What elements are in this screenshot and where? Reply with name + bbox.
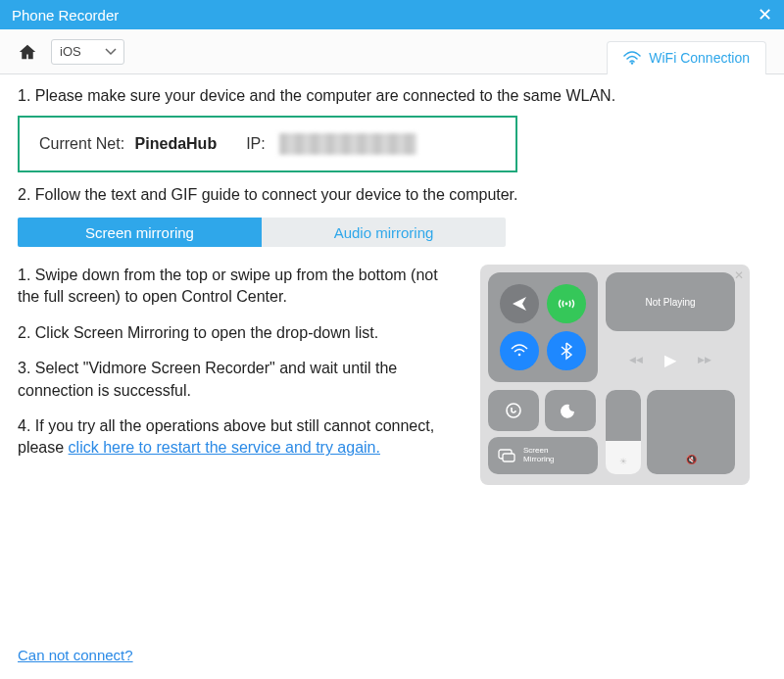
screen-mirroring-label: Screen Mirroring — [523, 447, 555, 464]
svg-point-0 — [631, 62, 633, 64]
now-playing-panel: Not Playing — [606, 272, 735, 331]
wifi-icon — [623, 51, 641, 65]
ip-value-blurred — [279, 133, 416, 155]
instructions: 1. Swipe down from the top or swipe up f… — [18, 265, 457, 485]
prev-track-icon: ◀◀ — [629, 355, 643, 364]
cannot-connect-link[interactable]: Can not connect? — [18, 647, 133, 663]
bluetooth-icon — [547, 331, 586, 370]
mute-icon: 🔇 — [686, 455, 697, 464]
next-track-icon: ▶▶ — [698, 355, 711, 364]
screen-mirroring-tile: Screen Mirroring — [488, 437, 598, 474]
close-icon[interactable]: ✕ — [758, 4, 772, 25]
airplane-icon — [500, 284, 539, 323]
title-bar: Phone Recorder ✕ — [0, 0, 784, 29]
tab-screen-mirroring[interactable]: Screen mirroring — [18, 218, 262, 247]
platform-value: iOS — [60, 44, 81, 59]
guide-4: 4. If you try all the operations above b… — [18, 415, 457, 460]
chevron-down-icon — [106, 49, 116, 55]
volume-slider: 🔇 — [647, 390, 735, 474]
cellular-icon — [547, 284, 586, 323]
brightness-icon: ☀ — [619, 457, 627, 466]
media-controls: ◀◀ ▶ ▶▶ — [606, 337, 735, 382]
wifi-label: WiFi Connection — [649, 50, 750, 66]
step-2: 2. Follow the text and GIF guide to conn… — [18, 186, 766, 204]
mirroring-tabs: Screen mirroring Audio mirroring — [18, 218, 506, 247]
tab-audio-mirroring[interactable]: Audio mirroring — [262, 218, 506, 247]
ip-label: IP: — [246, 135, 266, 153]
net-value: PinedaHub — [135, 135, 218, 152]
toolbar: iOS WiFi Connection — [0, 29, 784, 74]
step-1: 1. Please make sure your device and the … — [18, 87, 766, 105]
guide-1: 1. Swipe down from the top or swipe up f… — [18, 265, 457, 309]
preview-close-icon: ✕ — [734, 268, 744, 282]
svg-point-1 — [565, 303, 568, 306]
app-title: Phone Recorder — [12, 7, 119, 24]
do-not-disturb-icon — [545, 390, 596, 431]
restart-service-link[interactable]: click here to restart the service and tr… — [69, 439, 380, 456]
wifi-toggle-icon — [500, 331, 539, 370]
platform-select[interactable]: iOS — [51, 39, 124, 65]
orientation-lock-icon — [488, 390, 539, 431]
wifi-connection-button[interactable]: WiFi Connection — [607, 41, 766, 74]
connectivity-panel — [488, 272, 598, 382]
screen-mirroring-icon — [498, 449, 515, 462]
network-info-box: Current Net: PinedaHub IP: — [18, 116, 517, 172]
svg-point-2 — [518, 354, 521, 357]
guide-2: 2. Click Screen Mirroring to open the dr… — [18, 322, 457, 344]
control-center-preview: ✕ Not Playing ◀◀ ▶ ▶▶ Screen Mirro — [480, 265, 750, 485]
content: 1. Please make sure your device and the … — [0, 74, 784, 679]
svg-rect-5 — [503, 454, 514, 461]
play-icon: ▶ — [664, 351, 676, 369]
guide-3: 3. Select "Vidmore Screen Recorder" and … — [18, 358, 457, 402]
brightness-slider: ☀ — [606, 390, 641, 474]
net-label: Current Net: — [39, 135, 124, 152]
home-icon[interactable] — [18, 43, 37, 61]
svg-point-3 — [507, 404, 520, 417]
